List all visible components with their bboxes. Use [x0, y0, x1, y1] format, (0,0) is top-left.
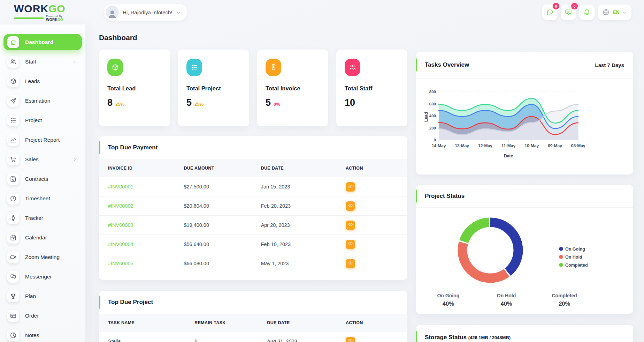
table-cell: Feb 20, 2023: [261, 203, 346, 209]
language-selector[interactable]: EN: [598, 5, 631, 20]
svg-text:10-May: 10-May: [524, 143, 539, 148]
sidebar-item-calendar[interactable]: Calendar: [3, 229, 82, 246]
invoice-link[interactable]: #INV00004: [99, 241, 184, 247]
invoice-link[interactable]: #INV00005: [99, 261, 184, 266]
sidebar-item-label: Contracts: [25, 176, 48, 182]
stat-card-total-lead: Total Lead 825%: [99, 50, 170, 126]
sidebar-item-project[interactable]: Project: [3, 112, 82, 128]
logo-underline: [14, 17, 44, 19]
workgo-dashboard: WORKGO Powered By WORKDO Hi, Rajodiya In…: [0, 0, 644, 342]
sidebar-item-timesheet[interactable]: Timesheet: [3, 190, 82, 207]
stat-card-total-project: Total Project 525%: [178, 50, 249, 126]
sidebar-item-estimation[interactable]: Estimation: [3, 92, 82, 109]
notifications-button[interactable]: [579, 5, 595, 20]
sidebar-item-messenger[interactable]: Messenger: [3, 268, 82, 285]
sidebar-item-label: Project: [25, 117, 42, 124]
sidebar-item-leads[interactable]: Leads: [3, 73, 82, 89]
sidebar-item-order[interactable]: Order: [3, 307, 82, 324]
table-cell: May 1, 2023: [261, 261, 346, 266]
messages-button[interactable]: 0: [561, 5, 576, 20]
sidebar-item-dashboard[interactable]: Dashboard: [3, 34, 82, 50]
header-actions: 0 0 EN: [542, 5, 631, 20]
sidebar-item-label: Order: [25, 313, 39, 319]
svg-text:On Hold: On Hold: [565, 255, 582, 260]
chevron-right-icon: [72, 157, 77, 162]
sidebar-item-label: Timesheet: [25, 195, 50, 202]
sidebar-item-zoom-meeting[interactable]: Zoom Meeting: [3, 249, 82, 265]
column-header: ACTION: [346, 320, 407, 325]
tasks-overview-title: Tasks Overview: [425, 61, 469, 68]
sidebar-item-sales[interactable]: Sales: [3, 151, 82, 168]
view-button[interactable]: [346, 337, 355, 342]
stat-cards-row: Total Lead 825% Total Project 525% Total…: [99, 50, 407, 126]
user-menu[interactable]: Hi, Rajodiya Infotech!: [104, 4, 187, 21]
project-status-title: Project Status: [425, 193, 465, 200]
table-cell: Stella: [99, 339, 194, 342]
svg-text:14-May: 14-May: [432, 143, 446, 148]
table-cell: $20,604.00: [184, 203, 261, 209]
staff-icon: [345, 59, 360, 76]
sidebar-item-project-report[interactable]: Project Report: [3, 132, 82, 148]
table-cell: Jan 15, 2023: [261, 184, 346, 189]
svg-text:200: 200: [429, 126, 436, 130]
view-button[interactable]: [346, 182, 355, 192]
due-payment-row: #INV00003$19,400.00Apr 20, 2023: [99, 216, 407, 235]
invoice-link[interactable]: #INV00003: [99, 222, 184, 228]
invoice-link[interactable]: #INV00002: [99, 203, 184, 209]
view-button[interactable]: [346, 221, 355, 230]
sidebar-item-tracker[interactable]: Tracker: [3, 210, 82, 226]
column-header: DUE AMOUNT: [184, 166, 261, 171]
svg-text:12-May: 12-May: [478, 143, 492, 148]
svg-text:11-May: 11-May: [501, 143, 515, 148]
top-due-project-card: Top Due Project TASK NAMEREMAIN TASKDUE …: [99, 291, 407, 342]
globe-icon: [602, 8, 610, 16]
view-button[interactable]: [346, 259, 355, 268]
stat-label: Total Invoice: [266, 85, 320, 92]
chat-icon: [546, 8, 554, 16]
cart-icon: [7, 154, 19, 165]
due-payment-row: #INV00005$66,080.00May 1, 2023: [99, 254, 407, 273]
eye-icon: [348, 203, 353, 209]
sidebar-item-label: Notes: [25, 332, 39, 339]
table-cell: Aug 31, 2023: [267, 339, 346, 342]
project-status-labels: On Going 40% On Hold 40% Completed 20%: [419, 293, 593, 307]
stat-label: Total Lead: [107, 85, 162, 92]
page-title: Dashboard: [99, 34, 407, 42]
sidebar-nav: Dashboard Staff Leads Estimation Project…: [0, 24, 85, 342]
cube-icon: [107, 59, 123, 76]
column-header: TASK NAME: [99, 320, 194, 325]
clock-icon: [7, 193, 19, 205]
stat-value: 8: [107, 97, 113, 108]
sidebar-item-label: Sales: [25, 156, 39, 163]
eye-icon: [348, 338, 353, 342]
cube-icon: [7, 75, 19, 87]
sidebar-item-plan[interactable]: Plan: [3, 288, 82, 304]
chat-badge: 0: [553, 3, 559, 9]
view-button[interactable]: [346, 240, 355, 249]
chat-button[interactable]: 0: [542, 5, 558, 20]
svg-text:13-May: 13-May: [455, 143, 469, 148]
top-header: WORKGO Powered By WORKDO Hi, Rajodiya In…: [0, 0, 644, 24]
due-project-table: TASK NAMEREMAIN TASKDUE DATEACTIONStella…: [99, 314, 407, 342]
invoice-link[interactable]: #INV00001: [99, 184, 184, 189]
sidebar-item-staff[interactable]: Staff: [3, 53, 82, 70]
project-status-chart: On GoingOn HoldCompleted: [416, 208, 633, 291]
chart-icon: [7, 134, 19, 146]
table-cell: $56,640.00: [184, 241, 261, 247]
table-cell: Apr 20, 2023: [261, 222, 346, 228]
checklist-icon: [186, 59, 202, 76]
due-project-row: Stella6Aug 31, 2023: [99, 332, 407, 342]
due-payment-row: #INV00001$27,500.00Jan 15, 2023: [99, 177, 407, 196]
stat-percent: 0%: [274, 102, 280, 107]
sidebar-item-label: Zoom Meeting: [25, 254, 60, 260]
view-button[interactable]: [346, 201, 355, 211]
sidebar-item-label: Plan: [25, 293, 36, 299]
column-header: ACTION: [346, 166, 407, 171]
invoice-icon: [266, 59, 281, 76]
logo-powered-by: Powered By WORKDO: [46, 15, 80, 22]
sidebar-item-notes[interactable]: Notes: [3, 327, 82, 342]
main-content: Dashboard Total Lead 825% Total Project …: [99, 24, 407, 342]
column-header: DUE DATE: [267, 320, 346, 325]
sidebar-item-contracts[interactable]: Contracts: [3, 171, 82, 187]
user-greeting: Hi, Rajodiya Infotech!: [123, 9, 172, 15]
